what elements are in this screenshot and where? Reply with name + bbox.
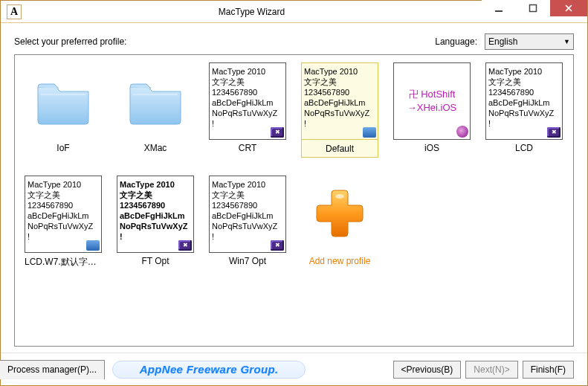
caption-box: iOS <box>393 140 471 153</box>
profile-preview: 卍 HotShift→XHei.iOS <box>393 62 471 140</box>
minimize-button[interactable] <box>482 0 516 16</box>
maximize-button[interactable] <box>516 0 550 16</box>
blue-badge-icon <box>363 127 376 138</box>
profile-tile-lcdw7[interactable]: MacType 2010文字之美1234567890aBcDeFgHiJkLmN… <box>24 176 103 268</box>
appnee-badge: AppNee Freeware Group. <box>112 361 306 379</box>
caption-box: LCD <box>485 140 563 153</box>
profile-caption: Add new profile <box>301 256 378 266</box>
profile-tile-addnew[interactable]: Add new profile <box>300 176 379 268</box>
folder-icon <box>25 62 102 140</box>
footer: Process manager(P)... AppNee Freeware Gr… <box>1 353 587 385</box>
profile-tile-iof[interactable]: IoF <box>24 62 103 158</box>
svg-rect-0 <box>495 10 503 12</box>
caption-box: Win7 Opt <box>209 253 286 266</box>
profile-tile-ios[interactable]: 卍 HotShift→XHei.iOSiOS <box>392 62 471 158</box>
finish-button[interactable]: Finish(F) <box>523 361 574 379</box>
profile-tile-default[interactable]: MacType 2010文字之美1234567890aBcDeFgHiJkLmN… <box>300 62 379 158</box>
blue-badge-icon <box>86 240 100 251</box>
profile-caption: IoF <box>25 143 102 153</box>
window-title: MacType Wizard <box>22 7 482 17</box>
profile-preview: MacType 2010文字之美1234567890aBcDeFgHiJkLmN… <box>301 62 378 140</box>
profile-tile-xmac[interactable]: XMac <box>116 62 195 158</box>
next-button[interactable]: Next(N)> <box>465 361 517 379</box>
process-manager-button[interactable]: Process manager(P)... <box>0 360 105 379</box>
svg-rect-1 <box>530 5 537 12</box>
caption-box: FT Opt <box>117 253 194 266</box>
purple-badge-icon <box>271 240 284 251</box>
purple-badge-icon <box>547 127 560 138</box>
select-profile-label: Select your preferred profile: <box>14 36 126 47</box>
footer-right: <Previous(B) Next(N)> Finish(F) <box>393 361 574 379</box>
app-icon: A <box>7 4 22 19</box>
caption-box: Add new profile <box>301 253 378 266</box>
profile-gallery[interactable]: IoF XMacMacType 2010文字之美1234567890aBcDeF… <box>14 54 574 347</box>
folder-icon <box>117 62 194 140</box>
profile-caption: Win7 Opt <box>209 256 286 266</box>
profile-tile-lcd[interactable]: MacType 2010文字之美1234567890aBcDeFgHiJkLmN… <box>485 62 563 158</box>
caption-box: Default <box>301 139 378 158</box>
close-button[interactable] <box>550 0 587 16</box>
chevron-down-icon: ▼ <box>563 38 570 45</box>
language-label: Language: <box>435 36 477 47</box>
profile-caption: Default <box>302 144 378 154</box>
profile-tile-win7opt[interactable]: MacType 2010文字之美1234567890aBcDeFgHiJkLmN… <box>208 176 287 268</box>
content-area: Select your preferred profile: Language:… <box>1 23 587 347</box>
language-wrap: Language: English ▼ <box>435 33 574 50</box>
previous-button[interactable]: <Previous(B) <box>393 361 462 379</box>
purple-badge-icon <box>271 127 284 138</box>
profile-grid: IoF XMacMacType 2010文字之美1234567890aBcDeF… <box>24 62 567 268</box>
top-row: Select your preferred profile: Language:… <box>14 33 574 50</box>
caption-box: CRT <box>209 140 286 153</box>
window: A MacType Wizard Select your preferred p… <box>0 0 588 386</box>
caption-box: XMac <box>117 140 194 153</box>
profile-caption: LCD.W7.默认字体... <box>25 256 102 268</box>
profile-caption: CRT <box>209 143 286 153</box>
purple-badge-icon <box>178 240 192 251</box>
profile-preview: MacType 2010文字之美1234567890aBcDeFgHiJkLmN… <box>485 62 563 140</box>
swirl-badge-icon <box>456 126 468 138</box>
titlebar: A MacType Wizard <box>1 1 587 23</box>
window-controls <box>482 1 587 22</box>
caption-box: LCD.W7.默认字体... <box>25 253 102 268</box>
profile-caption: FT Opt <box>117 256 194 266</box>
profile-caption: XMac <box>117 143 194 153</box>
profile-tile-ftopt[interactable]: MacType 2010文字之美1234567890aBcDeFgHiJkLmN… <box>116 176 195 268</box>
caption-box: IoF <box>25 140 102 153</box>
profile-preview: MacType 2010文字之美1234567890aBcDeFgHiJkLmN… <box>25 176 102 253</box>
plus-icon <box>301 176 378 253</box>
footer-left: Process manager(P)... AppNee Freeware Gr… <box>1 360 306 379</box>
profile-caption: iOS <box>393 143 471 153</box>
profile-caption: LCD <box>485 143 563 153</box>
profile-preview: MacType 2010文字之美1234567890aBcDeFgHiJkLmN… <box>209 176 286 253</box>
profile-preview: MacType 2010文字之美1234567890aBcDeFgHiJkLmN… <box>117 176 194 253</box>
language-selected: English <box>488 36 517 47</box>
language-select[interactable]: English ▼ <box>485 33 574 50</box>
profile-preview: MacType 2010文字之美1234567890aBcDeFgHiJkLmN… <box>209 62 286 140</box>
svg-point-2 <box>335 194 344 199</box>
profile-tile-crt[interactable]: MacType 2010文字之美1234567890aBcDeFgHiJkLmN… <box>208 62 287 158</box>
